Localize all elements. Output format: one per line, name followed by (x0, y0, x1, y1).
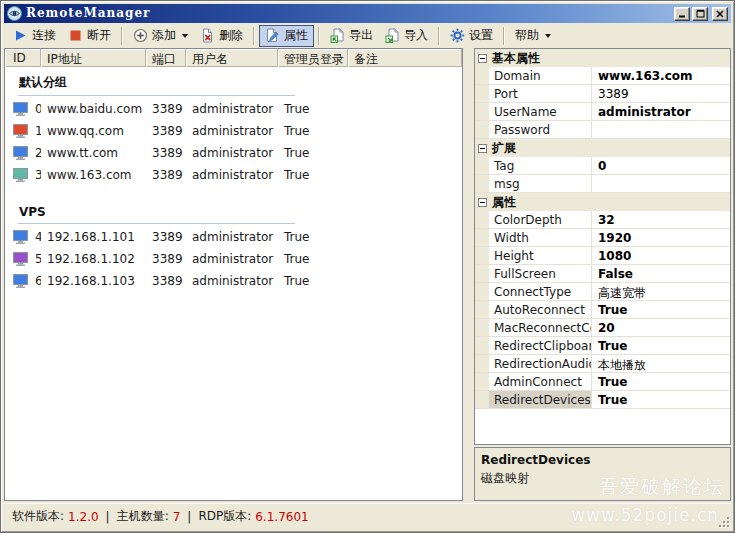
category-row[interactable]: 基本属性 (475, 49, 730, 67)
property-value: 1080 (598, 249, 631, 263)
column-header-admin[interactable]: 管理员登录 (278, 49, 348, 67)
property-value-cell[interactable]: 1080 (591, 247, 730, 264)
group-header[interactable]: 默认分组 (19, 74, 462, 91)
property-name-cell: Tag (489, 157, 591, 174)
category-label: 属性 (492, 194, 516, 211)
import-button[interactable]: 导入 (379, 25, 434, 47)
property-row[interactable]: MacReconnectCo20 (475, 319, 730, 337)
column-header-ip[interactable]: IP地址 (41, 49, 146, 67)
property-row[interactable]: RedirectionAudio本地播放 (475, 355, 730, 373)
host-admin-text: True (284, 146, 310, 160)
property-value-cell[interactable]: 3389 (591, 85, 730, 102)
export-button[interactable]: 导出 (324, 25, 379, 47)
titlebar[interactable]: RemoteManager (4, 4, 731, 23)
property-row[interactable]: UserNameadministrator (475, 103, 730, 121)
settings-button[interactable]: 设置 (444, 25, 499, 47)
host-user-text: administrator (192, 252, 273, 266)
category-row[interactable]: 扩展 (475, 139, 730, 157)
host-admin: True (278, 168, 348, 182)
disconnect-button[interactable]: 断开 (62, 25, 117, 47)
host-ip: www.163.com (41, 168, 146, 182)
help-button[interactable]: 帮助 (509, 25, 557, 47)
host-row[interactable]: 2www.tt.com3389administratorTrue (5, 142, 462, 164)
property-row[interactable]: ColorDepth32 (475, 211, 730, 229)
host-user-text: administrator (192, 230, 273, 244)
property-row[interactable]: Port3389 (475, 85, 730, 103)
property-row[interactable]: Height1080 (475, 247, 730, 265)
host-row[interactable]: 0www.baidu.com3389administratorTrue (5, 98, 462, 120)
property-value-cell[interactable]: 0 (591, 157, 730, 174)
host-port: 3389 (146, 168, 186, 182)
host-port-text: 3389 (152, 124, 183, 138)
property-row[interactable]: AdminConnectTrue (475, 373, 730, 391)
category-row[interactable]: 属性 (475, 193, 730, 211)
host-ip: www.qq.com (41, 124, 146, 138)
property-row[interactable]: msg (475, 175, 730, 193)
delete-button-label: 删除 (219, 27, 243, 44)
property-row[interactable]: Domainwww.163.com (475, 67, 730, 85)
property-value-cell[interactable]: 本地播放 (591, 355, 730, 372)
property-value-cell[interactable]: True (591, 337, 730, 354)
host-row[interactable]: 5192.168.1.1023389administratorTrue (5, 248, 462, 270)
collapse-icon[interactable] (478, 198, 487, 207)
host-row[interactable]: 6192.168.1.1033389administratorTrue (5, 270, 462, 292)
property-value-cell[interactable] (591, 175, 730, 192)
property-value-cell[interactable]: False (591, 265, 730, 282)
host-row[interactable]: 1www.qq.com3389administratorTrue (5, 120, 462, 142)
property-name-cell: Port (489, 85, 591, 102)
property-row-margin (475, 121, 489, 138)
column-header-note[interactable]: 备注 (348, 49, 462, 67)
property-row[interactable]: RedirectDevicesTrue (475, 391, 730, 409)
property-value-cell[interactable] (591, 121, 730, 138)
property-name-cell: RedirectionAudio (489, 355, 591, 372)
property-name: Tag (494, 159, 514, 173)
property-value-cell[interactable]: 20 (591, 319, 730, 336)
group-underline (18, 95, 295, 96)
resize-grip-handle[interactable] (718, 516, 730, 528)
close-button[interactable] (712, 7, 728, 21)
property-row[interactable]: Tag0 (475, 157, 730, 175)
host-user: administrator (186, 252, 278, 266)
minimize-button[interactable] (674, 7, 690, 21)
property-value-cell[interactable]: 32 (591, 211, 730, 228)
column-header-user[interactable]: 用户名 (186, 49, 278, 67)
host-id-cell: 6 (5, 274, 41, 288)
maximize-button[interactable] (692, 7, 708, 21)
host-list-header: IDIP地址端口用户名管理员登录备注 (5, 49, 462, 67)
property-value-cell[interactable]: True (591, 391, 730, 408)
property-row[interactable]: Password (475, 121, 730, 139)
property-value-cell[interactable]: 高速宽带 (591, 283, 730, 300)
collapse-icon[interactable] (478, 54, 487, 63)
property-row[interactable]: FullScreenFalse (475, 265, 730, 283)
host-user: administrator (186, 274, 278, 288)
group-underline (18, 223, 295, 224)
property-value-cell[interactable]: www.163.com (591, 67, 730, 84)
properties-button[interactable]: 属性 (259, 25, 314, 47)
property-row[interactable]: AutoReconnectTrue (475, 301, 730, 319)
host-admin-text: True (284, 252, 310, 266)
host-row[interactable]: 3www.163.com3389administratorTrue (5, 164, 462, 186)
property-row[interactable]: Width1920 (475, 229, 730, 247)
property-row[interactable]: ConnectType高速宽带 (475, 283, 730, 301)
property-value-cell[interactable]: administrator (591, 103, 730, 120)
delete-button[interactable]: 删除 (194, 25, 249, 47)
column-header-id[interactable]: ID (5, 49, 41, 67)
host-row[interactable]: 4192.168.1.1013389administratorTrue (5, 226, 462, 248)
collapse-icon[interactable] (478, 144, 487, 153)
category-label: 基本属性 (492, 50, 540, 67)
column-header-port[interactable]: 端口 (146, 49, 186, 67)
property-row-margin (475, 103, 489, 120)
property-row[interactable]: RedirectClipboarTrue (475, 337, 730, 355)
property-value-cell[interactable]: 1920 (591, 229, 730, 246)
property-row-margin (475, 373, 489, 390)
window-title: RemoteManager (26, 6, 672, 21)
status-value: 7 (173, 510, 181, 524)
property-name: ColorDepth (494, 213, 562, 227)
property-row-margin (475, 85, 489, 102)
property-value-cell[interactable]: True (591, 301, 730, 318)
property-value-cell[interactable]: True (591, 373, 730, 390)
property-value: 32 (598, 213, 615, 227)
group-header[interactable]: VPS (19, 205, 462, 219)
connect-button[interactable]: 连接 (7, 25, 62, 47)
add-button[interactable]: 添加 (127, 25, 194, 47)
